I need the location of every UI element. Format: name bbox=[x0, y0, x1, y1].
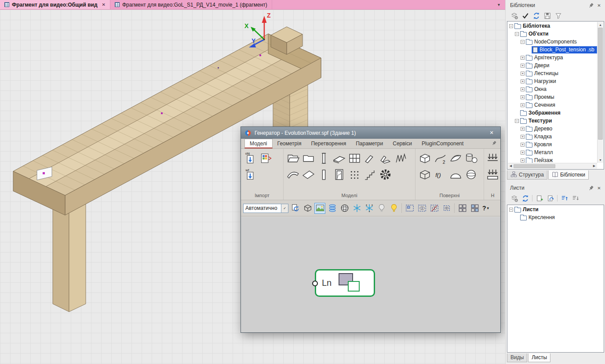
point-marker[interactable] bbox=[161, 112, 163, 114]
library-settings-button[interactable] bbox=[510, 11, 518, 20]
freeze-button[interactable] bbox=[351, 203, 362, 214]
tab-models[interactable]: Моделі bbox=[244, 139, 273, 148]
tab-transform[interactable]: Перетворення bbox=[306, 139, 351, 148]
point-marker[interactable] bbox=[259, 54, 261, 56]
filter-button[interactable] bbox=[554, 11, 562, 20]
textured-view-button[interactable] bbox=[314, 203, 325, 214]
tree-item-nodecomponents[interactable]: −NodeComponents bbox=[508, 38, 597, 46]
expand-icon[interactable]: + bbox=[521, 103, 525, 107]
show-in-frame-button[interactable] bbox=[416, 203, 427, 214]
tree-item-roofing[interactable]: +Кровля bbox=[508, 141, 597, 148]
scroll-left-button[interactable]: ◀ bbox=[508, 163, 514, 169]
tree-item-sheets-root[interactable]: −Листи bbox=[508, 205, 603, 213]
model-spring-button[interactable] bbox=[393, 150, 408, 166]
collapse-icon[interactable]: − bbox=[509, 24, 513, 28]
model-door-button[interactable] bbox=[332, 166, 347, 183]
model-ramp-button[interactable] bbox=[332, 150, 347, 166]
tab-plugincomponent[interactable]: PluginComponent bbox=[417, 139, 468, 148]
expand-icon[interactable]: + bbox=[521, 95, 525, 99]
model-stairs-button[interactable] bbox=[362, 166, 378, 183]
tree-item-masonry[interactable]: +Кладка bbox=[508, 133, 597, 141]
close-panel-icon[interactable]: ✕ bbox=[596, 185, 602, 191]
scroll-down-button[interactable]: ▼ bbox=[598, 157, 603, 163]
surface-dome-button[interactable] bbox=[448, 166, 463, 183]
generator-window[interactable]: Генератор - EvolutionTower.spf (Здание 1… bbox=[241, 126, 501, 333]
tab-services[interactable]: Сервіси bbox=[388, 139, 417, 148]
new-sheet-button[interactable] bbox=[535, 194, 543, 202]
expand-icon[interactable]: + bbox=[521, 72, 525, 76]
tree-item-sections[interactable]: +Сечения bbox=[508, 101, 597, 109]
tree-item-library-root[interactable]: −Бібліотека bbox=[508, 22, 597, 30]
help-button[interactable]: ? ▾ bbox=[482, 205, 489, 212]
tab-parameters[interactable]: Параметри bbox=[351, 139, 388, 148]
tree-item-stairs[interactable]: +Лестницы bbox=[508, 69, 597, 77]
expand-icon[interactable]: + bbox=[521, 127, 525, 131]
load-arrows-button[interactable] bbox=[486, 150, 499, 166]
model-settings-button[interactable] bbox=[378, 166, 393, 183]
model-folder-open-button[interactable] bbox=[285, 150, 301, 166]
hide-in-frame-button[interactable] bbox=[429, 203, 440, 214]
pin-icon[interactable] bbox=[588, 2, 594, 9]
scrollbar-thumb[interactable] bbox=[598, 28, 603, 140]
model-point-table-button[interactable] bbox=[347, 166, 362, 183]
collapse-icon[interactable]: − bbox=[509, 208, 513, 212]
tree-item-loads[interactable]: +Нагрузки bbox=[508, 77, 597, 85]
surface-solid-button[interactable] bbox=[417, 166, 433, 183]
light-off-button[interactable] bbox=[376, 203, 387, 214]
tab-sheets[interactable]: Листы bbox=[528, 353, 550, 362]
sheets-settings-button[interactable] bbox=[510, 194, 518, 202]
tree-item-architecture[interactable]: +Архітектура bbox=[508, 54, 597, 61]
import-wf-button[interactable]: wf bbox=[243, 166, 258, 183]
tab-structure[interactable]: Структура bbox=[507, 170, 547, 180]
tab-libraries[interactable]: Бібліотеки bbox=[548, 170, 589, 180]
model-wall-button[interactable] bbox=[362, 150, 378, 166]
view-tab-general[interactable]: Фрагмент для видео:Общий вид ✕ bbox=[0, 0, 110, 9]
tree-item-images[interactable]: Зображення bbox=[508, 109, 597, 117]
view-tab-fragment[interactable]: Фрагмент для видео:GoL_S1_РД_V14_movie_1… bbox=[110, 0, 272, 9]
collapse-icon[interactable]: − bbox=[515, 119, 519, 123]
generator-titlebar[interactable]: Генератор - EvolutionTower.spf (Здание 1… bbox=[241, 127, 500, 139]
tree-item-objects[interactable]: −Об'єкти bbox=[508, 30, 597, 38]
ln-node[interactable]: Ln bbox=[315, 269, 375, 297]
surface-revolve-button[interactable] bbox=[463, 150, 479, 166]
model-pillar-button[interactable] bbox=[316, 166, 332, 183]
surface-sphere-button[interactable] bbox=[463, 166, 479, 183]
light-on-button[interactable] bbox=[388, 203, 399, 214]
model-folder-button[interactable] bbox=[301, 150, 316, 166]
expand-icon[interactable]: + bbox=[521, 143, 525, 147]
update-sheet-button[interactable] bbox=[546, 194, 554, 202]
refresh-library-button[interactable] bbox=[532, 11, 540, 20]
sort-ascending-button[interactable] bbox=[560, 194, 569, 202]
model-roof-wedge-button[interactable] bbox=[301, 166, 316, 183]
node-input-port[interactable] bbox=[312, 281, 318, 286]
close-tab-icon[interactable]: ✕ bbox=[102, 2, 106, 7]
tree-item-landscape[interactable]: +Пейзаж bbox=[508, 156, 597, 163]
horizontal-scrollbar[interactable]: ◀ ▶ bbox=[508, 163, 597, 169]
expand-icon[interactable]: + bbox=[521, 159, 525, 162]
expand-icon[interactable]: + bbox=[521, 79, 525, 83]
tab-overflow-icon[interactable]: ▾ bbox=[498, 2, 500, 7]
regen-model-button[interactable] bbox=[290, 203, 301, 214]
mode-combo[interactable]: Автоматично ✓ bbox=[243, 204, 288, 213]
scrollbar-thumb[interactable] bbox=[514, 164, 555, 168]
close-panel-icon[interactable]: ✕ bbox=[596, 2, 602, 9]
expand-icon[interactable]: + bbox=[521, 151, 525, 155]
sheets-refresh-button[interactable] bbox=[521, 194, 529, 202]
model-curtain-button[interactable] bbox=[347, 150, 362, 166]
sort-descending-button[interactable] bbox=[571, 194, 579, 202]
tree-item-doors[interactable]: +Двери bbox=[508, 61, 597, 69]
surface-function-button[interactable]: f() bbox=[433, 166, 448, 183]
tree-item-textures[interactable]: −Текстури bbox=[508, 117, 597, 125]
vertical-scrollbar[interactable]: ▲ ▼ bbox=[597, 22, 603, 163]
close-window-button[interactable]: ✕ bbox=[485, 129, 499, 137]
pin-icon[interactable] bbox=[588, 185, 594, 191]
mesh-button[interactable] bbox=[339, 203, 350, 214]
grid-view-alt-button[interactable] bbox=[469, 203, 480, 214]
expand-icon[interactable]: + bbox=[521, 56, 525, 60]
scroll-right-button[interactable]: ▶ bbox=[591, 163, 597, 169]
tree-item-metal[interactable]: +Металл bbox=[508, 148, 597, 156]
surface-spline-button[interactable]: 2 bbox=[433, 150, 448, 166]
expand-icon[interactable]: + bbox=[521, 135, 525, 139]
load-slab-button[interactable] bbox=[486, 166, 499, 183]
model-column-button[interactable] bbox=[316, 150, 332, 166]
